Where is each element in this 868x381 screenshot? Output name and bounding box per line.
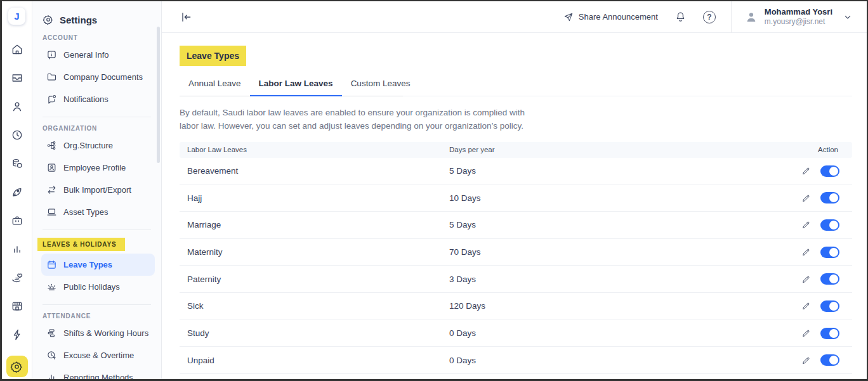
sidebar-item-label: Org.Structure	[63, 141, 113, 150]
toggle-knob	[829, 274, 838, 283]
column-header-name: Labor Law Leaves	[180, 146, 449, 153]
transfer-arrows-icon	[46, 184, 57, 195]
icon-rail: J	[2, 1, 32, 379]
gear-icon	[43, 14, 54, 25]
toggle-knob	[829, 193, 838, 202]
table-row-bereavement: Bereavement 5 Days	[180, 158, 852, 185]
home-icon[interactable]	[9, 42, 25, 57]
table-row-paternity: Paternity 3 Days	[180, 266, 852, 293]
tab-bar: Annual Leave Labor Law Leaves Custom Lea…	[180, 72, 852, 96]
sidebar-divider	[43, 229, 151, 230]
column-header-action: Action	[770, 146, 852, 153]
sidebar-item-asset-types[interactable]: Asset Types	[41, 201, 155, 223]
time-icon[interactable]	[9, 127, 25, 143]
sidebar-divider	[43, 304, 151, 305]
marketplace-icon[interactable]	[9, 299, 25, 314]
settings-title-label: Settings	[60, 15, 97, 25]
share-announcement-button[interactable]: Share Announcement	[563, 12, 658, 22]
help-icon[interactable]: ?	[703, 11, 716, 23]
notifications-bell-icon[interactable]	[674, 11, 687, 23]
table-row-marriage: Marriage 5 Days	[180, 212, 852, 239]
leave-enabled-toggle[interactable]	[820, 300, 839, 312]
edit-pencil-icon[interactable]	[801, 247, 811, 257]
leave-enabled-toggle[interactable]	[820, 247, 839, 258]
tab-annual-leave[interactable]: Annual Leave	[180, 72, 250, 96]
analytics-icon[interactable]	[9, 242, 25, 257]
settings-gear-icon-active[interactable]	[6, 356, 28, 377]
table-row-sick: Sick 120 Days	[180, 293, 852, 320]
sidebar-item-bulk-import-export[interactable]: Bulk Import/Export	[41, 179, 155, 201]
table-row-widow-muslim: Widow Muslim 130 Days	[180, 374, 852, 379]
benefits-hand-heart-icon[interactable]	[9, 270, 25, 285]
tab-custom-leaves[interactable]: Custom Leaves	[342, 72, 419, 96]
sidebar-item-notifications[interactable]: Notifications	[41, 88, 155, 110]
leave-enabled-toggle[interactable]	[820, 354, 839, 366]
edit-pencil-icon[interactable]	[801, 301, 811, 311]
sidebar-item-label: Company Documents	[63, 72, 143, 82]
table-row-maternity: Maternity 70 Days	[180, 239, 852, 266]
edit-pencil-icon[interactable]	[801, 328, 811, 338]
info-bubble-icon	[46, 49, 57, 60]
user-menu[interactable]: Mohammad Yosri m.yousry@jisr.net	[744, 7, 853, 27]
leave-days: 120 Days	[449, 301, 770, 311]
section-label-account: ACCOUNT	[41, 34, 155, 41]
sidebar-item-label: Employee Profile	[63, 163, 126, 172]
leave-name: Marriage	[180, 220, 449, 229]
action-cell	[770, 247, 852, 258]
payroll-icon[interactable]	[9, 156, 25, 171]
edit-pencil-icon[interactable]	[801, 193, 811, 203]
chevron-down-icon	[843, 12, 853, 22]
toggle-knob	[829, 248, 838, 257]
action-cell	[770, 328, 852, 339]
page-content: Leave Types Annual Leave Labor Law Leave…	[162, 33, 867, 379]
leave-enabled-toggle[interactable]	[820, 273, 839, 285]
briefcase-icon[interactable]	[9, 213, 25, 228]
leave-enabled-toggle[interactable]	[820, 165, 839, 177]
leave-enabled-toggle[interactable]	[820, 192, 839, 203]
leave-name: Bereavement	[180, 166, 449, 176]
leave-enabled-toggle[interactable]	[820, 328, 839, 339]
sidebar-item-company-documents[interactable]: Company Documents	[41, 66, 155, 88]
leave-days: 10 Days	[449, 193, 770, 203]
collapse-sidebar-icon[interactable]	[180, 11, 192, 23]
edit-pencil-icon[interactable]	[801, 274, 811, 284]
jisr-logo[interactable]: J	[8, 8, 25, 25]
toggle-knob	[829, 329, 838, 338]
sidebar-scrollbar[interactable]	[157, 27, 160, 163]
id-badge-icon	[46, 162, 57, 173]
clock-plus-icon	[46, 350, 57, 361]
edit-pencil-icon[interactable]	[801, 356, 811, 365]
topbar-divider	[731, 1, 732, 33]
avatar	[744, 10, 758, 24]
rocket-icon[interactable]	[9, 184, 25, 200]
sidebar-item-employee-profile[interactable]: Employee Profile	[41, 157, 155, 179]
notification-bubble-icon	[46, 94, 57, 105]
sidebar-item-general-info[interactable]: General Info	[41, 44, 155, 66]
automation-lightning-icon[interactable]	[9, 327, 25, 342]
sunrise-icon	[46, 281, 57, 292]
leave-name: Unpaid	[180, 356, 449, 365]
action-cell	[770, 354, 852, 366]
sidebar-item-excuse-overtime[interactable]: Excuse & Overtime	[41, 344, 155, 366]
leave-enabled-toggle[interactable]	[820, 219, 839, 231]
sidebar-item-org-structure[interactable]: Org.Structure	[41, 134, 155, 157]
people-icon[interactable]	[9, 99, 25, 114]
sidebar-item-public-holidays[interactable]: Public Holidays	[41, 276, 155, 298]
sidebar-item-label: Bulk Import/Export	[63, 185, 131, 195]
logo-letter: J	[14, 11, 19, 22]
table-row-unpaid: Unpaid 0 Days	[180, 347, 852, 374]
sidebar-item-reporting-methods[interactable]: Reporting Methods	[41, 366, 155, 379]
settings-sidebar: Settings ACCOUNT General Info Company Do…	[32, 1, 162, 379]
edit-pencil-icon[interactable]	[801, 166, 811, 176]
inbox-icon[interactable]	[9, 70, 25, 86]
edit-pencil-icon[interactable]	[801, 220, 811, 229]
tab-labor-law-leaves[interactable]: Labor Law Leaves	[250, 72, 342, 96]
page-title: Leave Types	[180, 46, 246, 66]
sidebar-item-leave-types[interactable]: Leave Types	[41, 254, 155, 276]
leave-name: Paternity	[180, 274, 449, 284]
action-cell	[770, 273, 852, 285]
leave-days: 3 Days	[449, 274, 770, 284]
sidebar-item-shifts-working-hours[interactable]: Shifts & Working Hours	[41, 322, 155, 344]
table-row-hajj: Hajj 10 Days	[180, 184, 852, 212]
leave-name: Hajj	[180, 193, 449, 203]
